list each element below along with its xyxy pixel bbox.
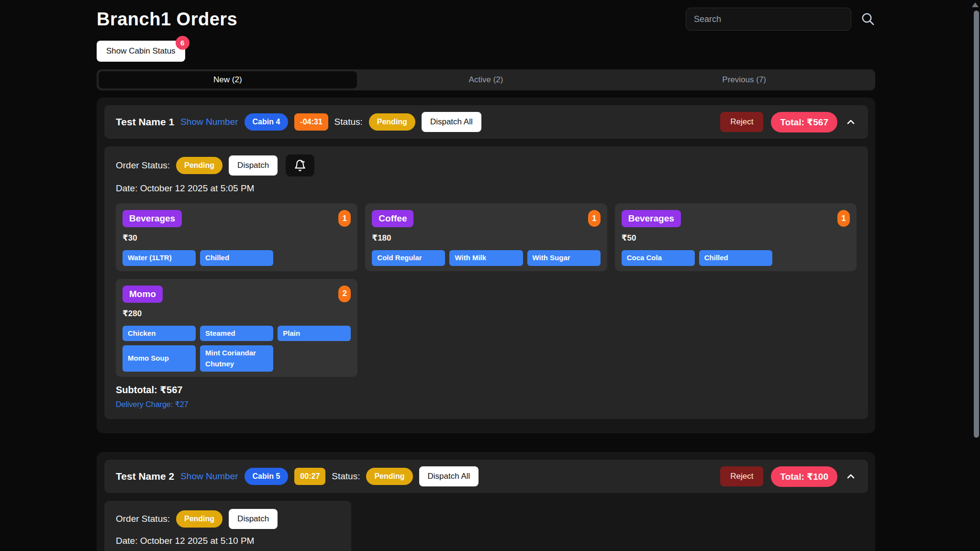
total-badge: Total: ₹100 <box>771 466 837 487</box>
status-badge: Pending <box>366 468 412 485</box>
item-tag: Chilled <box>200 250 273 266</box>
search-icon[interactable] <box>861 12 875 26</box>
tab-active[interactable]: Active (2) <box>357 71 615 88</box>
item-card-top: Coffee 1 <box>372 210 600 227</box>
dispatch-button[interactable]: Dispatch <box>229 155 278 176</box>
item-tag: With Sugar <box>527 250 601 266</box>
item-card: Beverages 1 ₹30 Water (1LTR) Chilled <box>116 203 357 271</box>
item-category-badge: Beverages <box>122 210 182 227</box>
order-1-header: Test Name 1 Show Number Cabin 4 -04:31 S… <box>104 105 868 139</box>
order-2-body: Order Status: Pending Dispatch Date: Oct… <box>104 501 351 551</box>
collapse-order-button[interactable] <box>845 116 857 128</box>
dispatch-all-button[interactable]: Dispatch All <box>422 112 481 132</box>
item-card-top: Momo 2 <box>122 286 351 303</box>
item-qty-badge: 1 <box>588 210 601 227</box>
timer-badge: 00:27 <box>294 468 325 485</box>
search-input[interactable] <box>686 8 851 31</box>
show-number-link[interactable]: Show Number <box>180 471 238 482</box>
item-tags: Cold Regular With Milk With Sugar <box>372 250 600 266</box>
cabin-status-badge: 6 <box>176 36 189 50</box>
order-status-label: Order Status: <box>116 514 170 524</box>
status-badge: Pending <box>369 113 415 131</box>
item-tag: Coca Cola <box>622 250 695 266</box>
items-grid: Beverages 1 ₹30 Water (1LTR) Chilled Cof… <box>116 203 857 377</box>
timer-badge: -04:31 <box>294 113 328 131</box>
item-card: Beverages 1 ₹50 Coca Cola Chilled <box>615 203 857 271</box>
item-tag: Plain <box>278 326 351 342</box>
item-qty-badge: 2 <box>338 286 351 302</box>
order-1-header-left: Test Name 1 Show Number Cabin 4 -04:31 S… <box>116 112 481 132</box>
notify-button[interactable] <box>286 154 314 176</box>
search-area <box>686 8 875 31</box>
tab-new[interactable]: New (2) <box>99 71 357 88</box>
item-tags: Water (1LTR) Chilled <box>122 250 351 266</box>
item-category-badge: Momo <box>122 286 163 303</box>
orders-page: Branch1 Orders Show Cabin Status 6 New (… <box>97 0 875 551</box>
cabin-pill: Cabin 4 <box>245 113 289 131</box>
cabin-pill: Cabin 5 <box>245 468 289 485</box>
cabin-status-wrap: Show Cabin Status 6 <box>97 41 185 62</box>
order-date: Date: October 12 2025 at 5:10 PM <box>116 536 340 546</box>
bell-icon <box>294 159 306 172</box>
item-card-top: Beverages 1 <box>122 210 351 227</box>
delivery-charge: Delivery Charge: ₹27 <box>116 400 857 409</box>
order-1-body: Order Status: Pending Dispatch Date: Oct… <box>104 146 868 419</box>
customer-name: Test Name 2 <box>116 471 174 482</box>
order-1-header-right: Reject Total: ₹567 <box>720 112 857 132</box>
reject-button[interactable]: Reject <box>720 466 763 486</box>
order-status-row: Order Status: Pending Dispatch <box>116 509 340 529</box>
order-tabs: New (2) Active (2) Previous (7) <box>97 69 875 90</box>
item-tag: Mint Coriandar Chutney <box>200 345 273 372</box>
item-qty-badge: 1 <box>837 210 850 227</box>
scrollbar[interactable] <box>972 0 980 551</box>
item-tag: Chilled <box>699 250 772 266</box>
item-tags: Chicken Steamed Plain Momo Soup Mint Cor… <box>122 326 351 372</box>
top-bar: Branch1 Orders <box>97 0 875 31</box>
status-label: Status: <box>332 471 360 482</box>
item-card: Coffee 1 ₹180 Cold Regular With Milk Wit… <box>365 203 607 271</box>
subtotal: Subtotal: ₹567 <box>116 384 857 396</box>
reject-button[interactable]: Reject <box>720 112 763 132</box>
order-status-label: Order Status: <box>116 160 170 171</box>
order-status-row: Order Status: Pending Dispatch <box>116 154 857 176</box>
item-tag: Chicken <box>122 326 196 342</box>
item-tag: Momo Soup <box>122 345 196 372</box>
tab-previous[interactable]: Previous (7) <box>615 71 873 88</box>
dispatch-button[interactable]: Dispatch <box>229 509 278 529</box>
collapse-order-button[interactable] <box>845 471 857 482</box>
item-tag: Steamed <box>200 326 273 342</box>
show-cabin-status-button[interactable]: Show Cabin Status <box>97 41 185 62</box>
order-2-header-right: Reject Total: ₹100 <box>720 466 857 487</box>
item-tags: Coca Cola Chilled <box>622 250 850 266</box>
customer-name: Test Name 1 <box>116 116 174 128</box>
item-price: ₹30 <box>122 233 351 243</box>
chevron-up-icon <box>845 116 857 128</box>
item-card: Momo 2 ₹280 Chicken Steamed Plain Momo S… <box>116 279 357 377</box>
page-title: Branch1 Orders <box>97 9 237 30</box>
item-tag: Water (1LTR) <box>122 250 196 266</box>
item-category-badge: Beverages <box>622 210 681 227</box>
item-card-top: Beverages 1 <box>622 210 850 227</box>
order-card-2: Test Name 2 Show Number Cabin 5 00:27 St… <box>97 452 875 551</box>
scrollbar-thumb[interactable] <box>974 11 979 438</box>
dispatch-all-button[interactable]: Dispatch All <box>419 466 479 486</box>
item-price: ₹280 <box>122 309 351 319</box>
item-qty-badge: 1 <box>338 210 351 227</box>
order-2-header: Test Name 2 Show Number Cabin 5 00:27 St… <box>104 460 868 493</box>
item-tag: Cold Regular <box>372 250 445 266</box>
item-category-badge: Coffee <box>372 210 413 227</box>
item-price: ₹50 <box>622 233 850 243</box>
status-label: Status: <box>334 117 363 127</box>
scrollbar-up-arrow-icon[interactable] <box>972 2 979 7</box>
item-price: ₹180 <box>372 233 600 243</box>
order-card-1: Test Name 1 Show Number Cabin 4 -04:31 S… <box>97 98 875 433</box>
chevron-up-icon <box>845 471 857 482</box>
order-status-badge: Pending <box>176 510 223 528</box>
total-badge: Total: ₹567 <box>771 112 837 132</box>
item-tag: With Milk <box>449 250 523 266</box>
show-number-link[interactable]: Show Number <box>180 117 238 127</box>
order-status-badge: Pending <box>176 157 223 174</box>
order-2-header-left: Test Name 2 Show Number Cabin 5 00:27 St… <box>116 466 479 486</box>
order-date: Date: October 12 2025 at 5:05 PM <box>116 183 857 194</box>
